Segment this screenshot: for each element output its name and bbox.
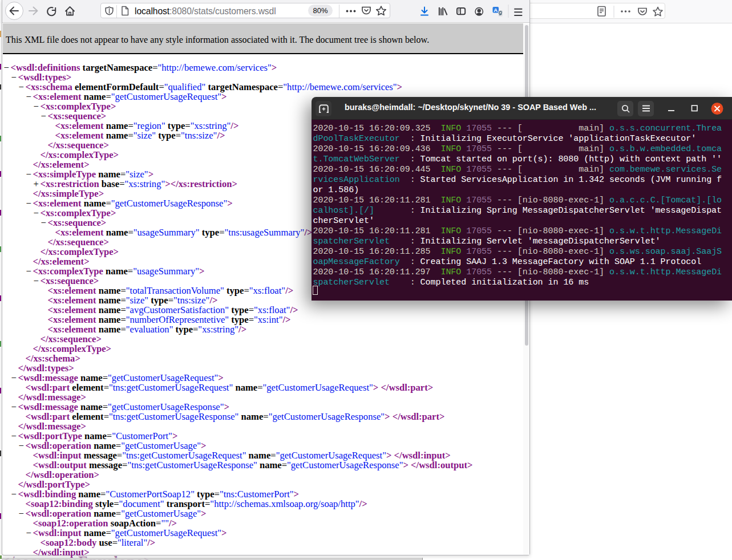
svg-text:A: A [494, 7, 498, 13]
